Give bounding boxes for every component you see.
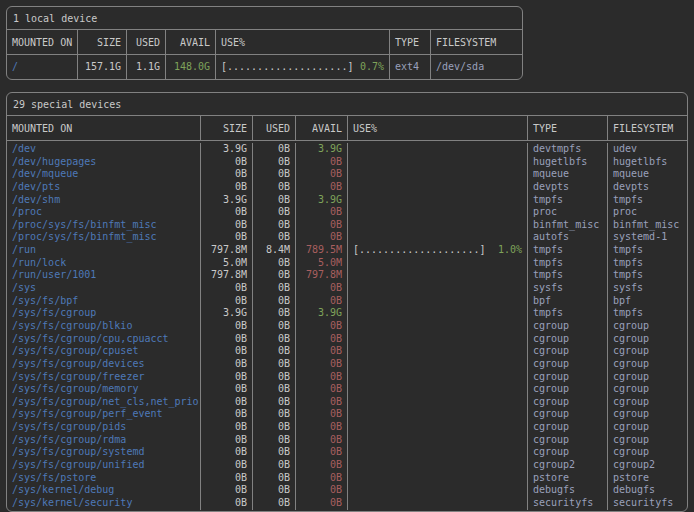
column-header-use-percent: USE% xyxy=(348,116,528,140)
used-cell: 0B xyxy=(253,168,296,181)
mount-point-cell: /sys/fs/cgroup/pids xyxy=(7,421,201,434)
filesystem-cell: debugfs xyxy=(608,484,687,497)
size-cell: 0B xyxy=(201,358,253,371)
local-devices-header-row: MOUNTED ONSIZEUSEDAVAILUSE%TYPEFILESYSTE… xyxy=(7,30,522,55)
mount-point-cell: / xyxy=(7,55,78,79)
filesystem-cell: cgroup2 xyxy=(608,459,687,472)
filesystem-cell: cgroup xyxy=(608,408,687,421)
used-cell: 0B xyxy=(253,269,296,282)
use-percent-cell xyxy=(348,345,528,358)
mount-point-cell: /sys/fs/cgroup/devices xyxy=(7,358,201,371)
size-cell: 0B xyxy=(201,484,253,497)
avail-cell: 0B xyxy=(296,421,348,434)
mount-point-cell: /sys/kernel/security xyxy=(7,497,201,510)
avail-cell: 0B xyxy=(296,345,348,358)
usage-percent: 0.7% xyxy=(360,55,384,79)
filesystem-cell: tmpfs xyxy=(608,307,687,320)
type-cell: cgroup xyxy=(528,371,608,384)
use-percent-cell xyxy=(348,446,528,459)
avail-cell: 0B xyxy=(296,484,348,497)
use-percent-cell xyxy=(348,421,528,434)
used-cell: 0B xyxy=(253,472,296,485)
table-row: /dev3.9G0B3.9Gdevtmpfsudev xyxy=(7,143,687,156)
use-percent-cell xyxy=(348,459,528,472)
used-cell: 8.4M xyxy=(253,244,296,257)
type-cell: tmpfs xyxy=(528,194,608,207)
avail-cell: 0B xyxy=(296,472,348,485)
use-percent-cell xyxy=(348,156,528,169)
avail-cell: 0B xyxy=(296,371,348,384)
filesystem-cell: binfmt_misc xyxy=(608,219,687,232)
filesystem-cell: cgroup xyxy=(608,396,687,409)
avail-cell: 0B xyxy=(296,219,348,232)
avail-cell: 789.5M xyxy=(296,244,348,257)
filesystem-cell: cgroup xyxy=(608,333,687,346)
used-cell: 0B xyxy=(253,459,296,472)
mount-point-cell: /sys/fs/cgroup/cpu,cpuacct xyxy=(7,333,201,346)
table-row: /sys/fs/cgroup/freezer0B0B0Bcgroupcgroup xyxy=(7,371,687,384)
use-percent-cell xyxy=(348,206,528,219)
avail-cell: 0B xyxy=(296,282,348,295)
table-row: /run/lock5.0M0B5.0Mtmpfstmpfs xyxy=(7,257,687,270)
type-cell: cgroup xyxy=(528,383,608,396)
filesystem-cell: systemd-1 xyxy=(608,231,687,244)
use-percent-cell xyxy=(348,358,528,371)
use-percent-cell xyxy=(348,295,528,308)
used-cell: 0B xyxy=(253,434,296,447)
avail-cell: 3.9G xyxy=(296,143,348,156)
size-cell: 0B xyxy=(201,408,253,421)
usage-bar: [....................] xyxy=(353,244,485,257)
local-devices-title: 1 local device xyxy=(13,13,97,24)
size-cell: 3.9G xyxy=(201,307,253,320)
use-percent-cell xyxy=(348,143,528,156)
mount-point-cell: /run xyxy=(7,244,201,257)
table-row: /sys/kernel/debug0B0B0Bdebugfsdebugfs xyxy=(7,484,687,497)
mount-point-cell: /sys/fs/cgroup/rdma xyxy=(7,434,201,447)
size-cell: 3.9G xyxy=(201,194,253,207)
avail-cell: 0B xyxy=(296,383,348,396)
table-row: /sys/fs/cgroup/net_cls,net_prio0B0B0Bcgr… xyxy=(7,396,687,409)
type-cell: sysfs xyxy=(528,282,608,295)
use-percent-cell xyxy=(348,257,528,270)
mount-point-cell: /sys/fs/cgroup/memory xyxy=(7,383,201,396)
avail-cell: 0B xyxy=(296,168,348,181)
filesystem-cell: devpts xyxy=(608,181,687,194)
size-cell: 0B xyxy=(201,434,253,447)
type-cell: autofs xyxy=(528,231,608,244)
size-cell: 797.8M xyxy=(201,269,253,282)
type-cell: hugetlbfs xyxy=(528,156,608,169)
column-header-size: SIZE xyxy=(201,116,253,140)
type-cell: mqueue xyxy=(528,168,608,181)
table-row: /sys/fs/cgroup/memory0B0B0Bcgroupcgroup xyxy=(7,383,687,396)
avail-cell: 3.9G xyxy=(296,194,348,207)
type-cell: securityfs xyxy=(528,497,608,510)
table-row: /sys/fs/cgroup/unified0B0B0Bcgroup2cgrou… xyxy=(7,459,687,472)
size-cell: 0B xyxy=(201,168,253,181)
size-cell: 0B xyxy=(201,181,253,194)
column-header-mounted-on: MOUNTED ON xyxy=(7,30,78,54)
special-devices-body: /dev3.9G0B3.9Gdevtmpfsudev/dev/hugepages… xyxy=(7,141,687,511)
use-percent-cell xyxy=(348,269,528,282)
use-percent-cell xyxy=(348,484,528,497)
used-cell: 0B xyxy=(253,358,296,371)
size-cell: 0B xyxy=(201,446,253,459)
local-devices-title-row: 1 local device xyxy=(7,7,522,30)
table-row: /sys/fs/cgroup/perf_event0B0B0Bcgroupcgr… xyxy=(7,408,687,421)
use-percent-cell xyxy=(348,383,528,396)
column-header-mounted-on: MOUNTED ON xyxy=(7,116,201,140)
size-cell: 0B xyxy=(201,396,253,409)
table-row: /dev/pts0B0B0Bdevptsdevpts xyxy=(7,181,687,194)
size-cell: 0B xyxy=(201,295,253,308)
size-cell: 0B xyxy=(201,472,253,485)
used-cell: 0B xyxy=(253,333,296,346)
size-cell: 0B xyxy=(201,333,253,346)
use-percent-cell xyxy=(348,168,528,181)
type-cell: tmpfs xyxy=(528,269,608,282)
filesystem-cell: hugetlbfs xyxy=(608,156,687,169)
table-row: /proc/sys/fs/binfmt_misc0B0B0Bbinfmt_mis… xyxy=(7,219,687,232)
avail-cell: 0B xyxy=(296,459,348,472)
table-row: /proc/sys/fs/binfmt_misc0B0B0Bautofssyst… xyxy=(7,231,687,244)
table-row: /dev/hugepages0B0B0Bhugetlbfshugetlbfs xyxy=(7,156,687,169)
size-cell: 157.1G xyxy=(78,55,127,79)
used-cell: 0B xyxy=(253,497,296,510)
